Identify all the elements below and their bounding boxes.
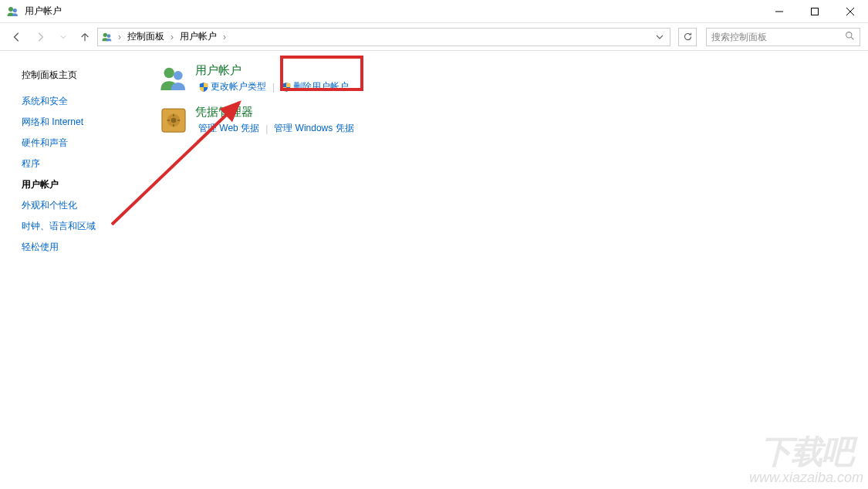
sidebar-item-programs[interactable]: 程序 [22,153,150,174]
category-title-credential-manager[interactable]: 凭据管理器 [195,105,357,120]
users-icon [6,5,20,19]
sidebar: 控制面板主页 系统和安全 网络和 Internet 硬件和声音 程序 用户帐户 … [0,51,150,489]
sidebar-item-ease-of-access[interactable]: 轻松使用 [22,237,150,258]
svg-point-8 [846,32,852,37]
category-user-accounts: 用户帐户 更改帐户类型 | 删除用户帐户 [158,63,860,94]
search-box[interactable] [706,28,860,46]
breadcrumb-control-panel[interactable]: 控制面板 [124,29,167,45]
link-label: 管理 Web 凭据 [198,122,259,135]
close-button[interactable] [833,0,868,22]
forward-button[interactable] [31,28,49,46]
search-icon[interactable] [845,30,855,44]
link-label: 管理 Windows 凭据 [274,122,353,135]
svg-point-0 [8,7,13,12]
content: 控制面板主页 系统和安全 网络和 Internet 硬件和声音 程序 用户帐户 … [0,51,868,489]
svg-point-10 [164,68,174,78]
breadcrumb-user-accounts[interactable]: 用户帐户 [177,29,220,45]
svg-point-11 [174,71,183,80]
recent-dropdown-icon[interactable] [54,28,73,46]
link-label: 更改帐户类型 [211,80,266,93]
titlebar: 用户帐户 [0,0,868,23]
navbar: › 控制面板 › 用户帐户 › [0,23,868,51]
minimize-button[interactable] [762,0,797,22]
svg-point-7 [107,34,111,38]
chevron-right-icon[interactable]: › [221,32,228,42]
chevron-right-icon[interactable]: › [169,32,175,42]
breadcrumb: › 控制面板 › 用户帐户 › [117,29,653,45]
svg-line-9 [851,37,853,39]
sidebar-item-network-internet[interactable]: 网络和 Internet [22,112,150,133]
separator: | [269,82,278,93]
users-large-icon [158,63,189,94]
search-input[interactable] [711,32,845,42]
address-dropdown-icon[interactable] [653,30,667,44]
sidebar-item-appearance[interactable]: 外观和个性化 [22,195,150,216]
window-controls [762,0,868,22]
svg-rect-3 [812,8,819,15]
link-remove-user-accounts[interactable]: 删除用户帐户 [278,79,352,94]
link-change-account-type[interactable]: 更改帐户类型 [195,79,269,94]
back-button[interactable] [8,28,26,46]
category-title-user-accounts[interactable]: 用户帐户 [195,63,352,78]
users-icon [101,31,113,43]
svg-point-1 [13,8,17,12]
link-label: 删除用户帐户 [293,80,349,93]
window-title: 用户帐户 [25,5,762,18]
link-manage-web-credentials[interactable]: 管理 Web 凭据 [195,121,262,136]
vault-icon [158,105,189,136]
svg-point-14 [171,118,177,123]
sidebar-item-user-accounts[interactable]: 用户帐户 [22,174,150,195]
refresh-button[interactable] [678,28,697,46]
sidebar-home[interactable]: 控制面板主页 [22,65,150,91]
sidebar-item-system-security[interactable]: 系统和安全 [22,91,150,112]
chevron-right-icon[interactable]: › [117,32,123,42]
shield-icon [281,82,292,93]
svg-point-6 [103,32,107,36]
sidebar-item-hardware-sound[interactable]: 硬件和声音 [22,133,150,153]
sidebar-item-clock-language-region[interactable]: 时钟、语言和区域 [22,216,150,237]
maximize-button[interactable] [797,0,833,22]
separator: | [262,123,271,134]
address-bar[interactable]: › 控制面板 › 用户帐户 › [97,28,670,46]
category-credential-manager: 凭据管理器 管理 Web 凭据 | 管理 Windows 凭据 [158,105,860,136]
main-panel: 用户帐户 更改帐户类型 | 删除用户帐户 [150,51,868,489]
link-manage-windows-credentials[interactable]: 管理 Windows 凭据 [271,121,356,136]
shield-icon [198,82,209,93]
up-button[interactable] [77,29,93,45]
